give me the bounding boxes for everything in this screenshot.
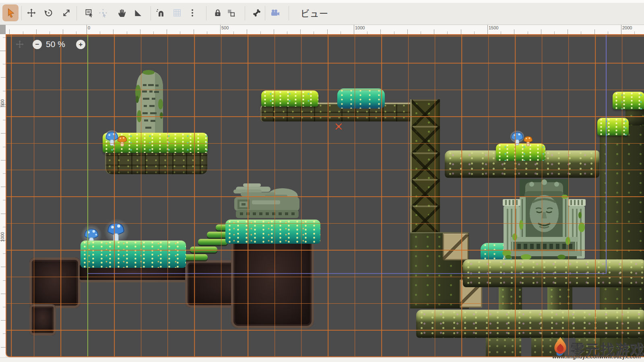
grass-step[interactable] [198, 239, 228, 245]
zoom-level-value: 50 % [46, 39, 65, 49]
video-camera-icon [270, 8, 280, 18]
move-icon [27, 8, 36, 18]
toolbar-separator [289, 6, 289, 21]
group-objects-button[interactable] [223, 4, 239, 21]
grid-icon [172, 8, 182, 18]
tan-carved-block[interactable] [443, 233, 469, 260]
toolbar-separator [21, 6, 22, 21]
zoom-out-button[interactable]: − [33, 40, 42, 49]
teal-bush[interactable] [337, 88, 385, 109]
toolbar: ビュー [0, 3, 644, 25]
center-view-icon[interactable] [15, 40, 24, 50]
stone-face-statue[interactable] [501, 177, 588, 263]
origin-guide-line [87, 35, 88, 357]
window-top-strip [0, 0, 644, 3]
rotate-icon [44, 8, 54, 18]
cave-mass[interactable] [231, 236, 314, 328]
ruler-label: 0 [88, 25, 90, 30]
watermark-url-left: www.lingliuyx.com [552, 354, 601, 360]
mossy-stone-beam[interactable] [416, 310, 644, 338]
canvas-viewport[interactable]: − 50 % + [6, 34, 644, 357]
grass-step[interactable] [190, 247, 217, 253]
cave-wall-block[interactable] [29, 257, 80, 308]
magnet-snap-button[interactable] [153, 4, 169, 21]
horizontal-scrollbar[interactable] [0, 357, 644, 362]
snap-point-icon [98, 8, 108, 18]
rect-select-icon [85, 8, 94, 18]
hand-icon [117, 8, 127, 18]
triangle-ruler-icon [133, 8, 143, 18]
bone-tool-button[interactable] [249, 4, 265, 21]
orange-mushroom[interactable] [523, 135, 533, 149]
ruler-label: 2000 [622, 25, 632, 30]
magnet-icon [156, 8, 165, 18]
view-menu-button[interactable]: ビュー [294, 4, 334, 21]
orange-mushroom[interactable] [117, 134, 128, 150]
cursor-arrow-icon [5, 8, 16, 18]
ruler-label: 1000 [0, 232, 5, 242]
teal-grass-platform[interactable] [80, 241, 186, 268]
grass-cap[interactable] [613, 92, 644, 109]
watermark-url-right: www.06zyx.com [599, 354, 641, 360]
ruined-tank[interactable] [231, 183, 303, 224]
toolbar-separator [245, 6, 245, 21]
ruler-corner [0, 25, 6, 34]
ruler-label: 500 [0, 99, 5, 107]
more-options-button[interactable] [184, 4, 200, 21]
blue-guide-horizontal[interactable] [87, 273, 606, 274]
grid-toggle-button[interactable] [169, 4, 185, 21]
pan-tool-button[interactable] [114, 4, 130, 21]
grass-platform-top[interactable] [261, 90, 318, 107]
toolbar-separator [265, 6, 265, 21]
snap-point-tool-button[interactable] [95, 4, 111, 21]
selection-origin-marker [336, 123, 342, 130]
bone-icon [252, 8, 262, 18]
blue-mushroom[interactable] [510, 130, 524, 149]
blue-guide-vertical[interactable] [606, 35, 607, 274]
group-squares-icon [226, 8, 236, 18]
scale-tool-button[interactable] [58, 4, 74, 21]
move-tool-button[interactable] [23, 4, 39, 21]
vertical-dots-icon [188, 8, 197, 18]
level-editor-window: ビュー 0 500 1000 1500 2000 500 1000 [0, 0, 644, 362]
toolbar-separator [151, 6, 151, 21]
measure-tool-button[interactable] [130, 4, 146, 21]
ruler-label: 500 [221, 25, 229, 30]
vertical-ruler: 500 1000 [0, 34, 6, 357]
lock-icon [213, 8, 223, 18]
zoom-in-button[interactable]: + [76, 40, 85, 49]
horizontal-ruler: 0 500 1000 1500 2000 [6, 25, 644, 34]
carved-stone-column[interactable] [410, 99, 440, 232]
grass-cap[interactable] [597, 118, 629, 136]
stone-pillar-stub[interactable] [486, 337, 521, 357]
scale-icon [62, 8, 71, 18]
toolbar-separator [206, 6, 206, 21]
stone-pillar[interactable] [499, 286, 522, 311]
select-tool-button[interactable] [2, 4, 19, 21]
stone-pillar[interactable] [547, 286, 572, 311]
cave-wall-foot[interactable] [29, 304, 56, 335]
camera-button[interactable] [267, 4, 283, 21]
rotate-tool-button[interactable] [41, 4, 57, 21]
ruler-label: 1500 [489, 25, 498, 30]
ruler-label: 1000 [355, 25, 365, 30]
toolbar-separator [76, 6, 77, 21]
